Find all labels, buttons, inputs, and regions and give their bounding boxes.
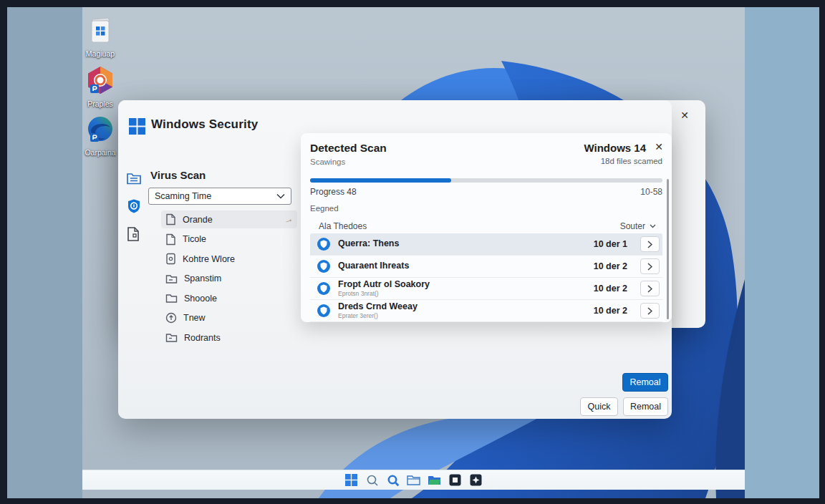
expand-chevron-button[interactable] [640,236,660,252]
windows-start-icon[interactable] [344,473,359,488]
threat-row[interactable]: Querra: Thens 10 der 1 [310,233,662,256]
threat-list: Querra: Thens 10 der 1 Quaraent Ihreats … [310,233,662,322]
panel-title: Detected Scan [310,142,387,155]
chevron-right-icon [647,241,652,248]
search-bold-icon[interactable] [386,473,400,488]
desktop-icon-label: Magiuap [77,49,123,58]
circle-arrow-icon [165,312,177,324]
chevron-right-icon [647,285,652,293]
threat-row[interactable]: Dreds Crnd WeeayEprater 3erer() 10 der 2 [310,300,662,322]
remove-secondary-button[interactable]: Remoal [623,397,668,416]
progress-time-label: 10-58 [640,187,662,197]
desktop: Magiuap Praples Oarpaina [7,7,819,498]
folder-green-icon[interactable] [428,473,442,488]
selected-arrow-icon: → [282,213,294,226]
sidebar-item-rodrants[interactable]: Rodrants [161,329,297,346]
chevron-down-icon [276,193,285,199]
scan-type-dropdown[interactable]: Scaming Time [148,188,291,205]
windows-security-logo-icon [129,118,145,137]
threat-shield-icon [317,281,331,296]
sidebar-item-spanstim[interactable]: Spanstim [161,270,297,288]
dropdown-value: Scaming Time [155,191,276,201]
sort-dropdown[interactable]: Souter [620,221,656,231]
folder-minus-icon [165,273,178,284]
dark-star-app-icon[interactable] [469,473,483,488]
threat-row[interactable]: Quaraent Ihreats 10 der 2 [310,256,662,278]
search-icon[interactable] [365,473,380,488]
document-icon[interactable] [126,226,140,245]
sidebar-item-ticole[interactable]: Ticole [161,231,297,248]
hexagon-app-icon [85,64,116,96]
shield-security-icon[interactable] [126,198,142,217]
detected-scan-panel: Detected Scan Scawings Windows 14 ✕ 18d … [301,133,672,322]
app-box-icon [84,13,117,46]
sidebar-section-title: Virus Scan [150,169,206,181]
desktop-icon-magiuap[interactable]: Magiuap [77,13,123,58]
section-label: Eegned [310,204,339,213]
close-button[interactable]: ✕ [677,107,693,123]
scan-progress-track [310,178,662,183]
folder-list-icon[interactable] [126,171,142,188]
expand-chevron-button[interactable] [640,303,660,319]
file-icon [165,213,176,226]
panel-close-icon[interactable]: ✕ [655,141,663,152]
quick-button[interactable]: Quick [580,397,618,416]
edge-browser-icon [85,115,115,145]
panel-os-label: Windows 14 [584,142,646,154]
dark-square-app-icon[interactable] [448,473,463,488]
sidebar-item-orande[interactable]: Orande → [161,210,297,228]
desktop-icon-label: Oarpaina [77,148,123,157]
file-badge-icon [165,253,176,265]
folder-tab-icon [165,332,178,343]
wallpaper-left-strip [7,7,82,498]
desktop-icon-praples[interactable]: Praples [77,64,123,108]
threat-list-header: Ala Thedoes [319,221,367,231]
threat-shield-icon [317,237,331,251]
sidebar-item-tnew[interactable]: Tnew [161,309,297,327]
sidebar-item-shooole[interactable]: Shooole [161,289,297,307]
threat-shield-icon [317,304,331,318]
chevron-down-icon [650,224,656,228]
file-explorer-icon[interactable] [407,473,421,488]
chevron-right-icon [647,263,652,271]
sidebar-item-kohtre-wlore[interactable]: Kohtre Wlore [161,250,297,268]
desktop-icon-label: Praples [77,100,123,108]
remove-primary-button[interactable]: Remoal [622,373,668,392]
progress-label: Progress 48 [310,187,357,197]
scan-progress-fill [310,178,451,183]
folder-icon [165,293,178,304]
sidebar-list: Orande → Ticole Kohtre Wlore Spanstim Sh… [161,210,297,349]
file-icon [165,233,176,246]
wallpaper-right-strip [745,7,819,498]
expand-chevron-button[interactable] [640,258,660,274]
window-title: Windows Security [151,117,258,132]
desktop-icon-oarpaina[interactable]: Oarpaina [77,115,123,157]
expand-chevron-button[interactable] [640,281,660,296]
panel-scrollbar[interactable] [667,179,669,319]
chevron-right-icon [647,307,652,315]
panel-subtitle: Scawings [310,158,345,166]
taskbar [82,470,745,490]
files-scanned-label: 18d files scamed [601,157,662,165]
threat-row[interactable]: Fropt Autr ol SoakoryEprotsn 3nrat() 10 … [310,278,662,300]
threat-shield-icon [317,259,331,273]
